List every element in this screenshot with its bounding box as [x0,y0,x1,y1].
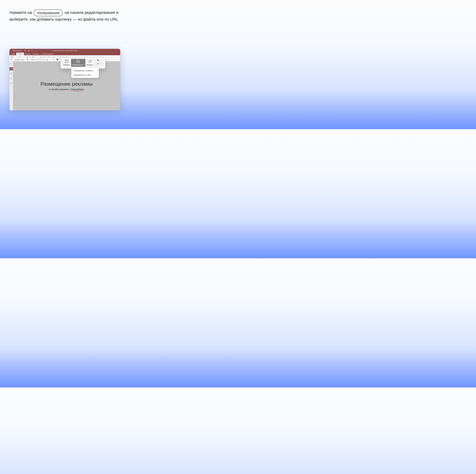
chevron-down-icon[interactable]: ▾ [24,59,24,60]
svg-rect-6 [12,57,12,58]
strike-button[interactable]: Т [37,59,39,60]
chevron-down-icon [100,60,101,61]
chevron-down-icon[interactable]: ▾ [29,59,30,60]
play-icon[interactable] [26,58,28,60]
chevron-up-icon [83,64,84,65]
undo-icon[interactable] [32,50,33,52]
insert-popover: Надпись Изображение [60,57,105,69]
svg-rect-10 [27,56,28,58]
svg-rect-7 [11,56,12,57]
font-name-select[interactable]: Arial▾ [32,56,39,58]
document-title: Условия рекламного размещения (1).pptx [52,50,77,51]
valign-icon[interactable] [56,58,58,60]
chevron-down-icon [100,63,101,64]
svg-point-28 [77,61,78,61]
tab-main[interactable]: Главная [16,53,24,55]
image-from-file-item[interactable]: Изображение из файла [71,68,99,73]
svg-rect-34 [98,64,98,64]
change-case-icon[interactable]: Aa [48,56,49,58]
underline-button[interactable]: Ч [35,59,37,60]
instruction-text: Нажмите на Изображение на панели редакти… [9,9,120,22]
titlebar: ‹ Документы Условия рекламного размещени… [9,49,120,52]
highlight-button[interactable]: 🖍▾ [44,59,46,60]
superscript-button[interactable]: A² [39,59,41,60]
svg-point-14 [53,57,53,58]
bullets-icon[interactable] [52,56,54,58]
svg-rect-24 [68,60,68,60]
font-size-select[interactable]: 18▾ [39,56,43,58]
decrease-font-icon[interactable]: A▾ [46,56,47,58]
layout-icon[interactable] [26,56,28,58]
tab-transitions[interactable]: Переходы [32,53,41,55]
copy-icon[interactable] [11,56,13,58]
rail-comments[interactable] [9,77,13,80]
spellcheck-underline: ТуризмПро [71,88,83,91]
side-rail [9,61,13,110]
svg-point-12 [53,56,53,57]
svg-point-30 [89,61,90,63]
svg-point-18 [11,64,12,64]
image-icon [76,60,80,63]
rail-slides[interactable] [9,67,13,70]
app-name: Документы [15,50,22,51]
separator [95,59,96,66]
font-color-button[interactable]: A▾ [46,58,48,61]
subscript-button[interactable]: A₂ [41,59,43,60]
svg-rect-1 [14,50,14,51]
chevron-down-icon [92,64,94,65]
increase-font-icon[interactable]: A▴ [43,56,45,58]
svg-rect-29 [90,60,91,62]
rail-search[interactable] [9,63,13,66]
instruction-pill: Изображение [34,9,63,16]
redo-icon[interactable] [35,50,37,52]
add-slide-label: Добавить слайд [15,59,24,60]
slide-canvas[interactable]: Размещение рекламы в онлайн-журнале «Тур… [13,61,120,110]
app-logo-icon [13,50,15,52]
italic-button[interactable]: К [34,59,35,60]
align-left-icon[interactable] [52,58,54,60]
insert-image-button[interactable]: Изображение [71,59,85,67]
bold-button[interactable]: Ж [32,59,33,60]
back-icon[interactable]: ‹ [11,50,13,51]
print-icon[interactable] [28,50,30,52]
slide-subtitle: в онлайн-журнале «ТуризмПро» [49,88,84,91]
instruction-part1: Нажмите на [9,10,32,15]
svg-point-13 [53,57,53,57]
tab-collab[interactable]: Совместная работа [41,53,55,55]
rail-outline[interactable] [9,72,13,75]
tab-file[interactable]: Файл [10,53,16,55]
slide-title: Размещение рекламы [40,81,93,87]
save-icon[interactable] [24,50,26,52]
align-objects-button[interactable] [97,63,101,65]
svg-rect-26 [68,62,68,63]
paste-icon[interactable] [11,58,13,60]
tabbar: Файл Главная Вставка Переходы Совместная… [9,52,120,55]
shape-icon [88,60,92,63]
svg-rect-19 [11,68,12,69]
svg-rect-2 [25,50,25,50]
textbox-icon [65,60,68,63]
arrange-button[interactable] [97,59,101,62]
tab-insert[interactable]: Вставка [24,53,32,55]
insert-textbox-button[interactable]: Надпись [62,59,71,67]
svg-rect-23 [65,60,65,60]
rail-info[interactable] [9,82,13,85]
image-from-url-item[interactable]: Изображение по URL [71,73,99,77]
chevron-down-icon[interactable]: ▾ [29,57,30,58]
svg-rect-32 [98,60,99,61]
numbering-icon[interactable] [56,56,58,58]
image-dropdown: Изображение из файла Изображение по URL [71,68,99,78]
add-slide-button[interactable]: + [18,56,21,59]
insert-shape-button[interactable]: Фигура [85,59,95,67]
chevron-down-icon[interactable]: ▾ [50,56,51,57]
svg-rect-33 [98,63,99,64]
svg-rect-25 [65,62,65,63]
